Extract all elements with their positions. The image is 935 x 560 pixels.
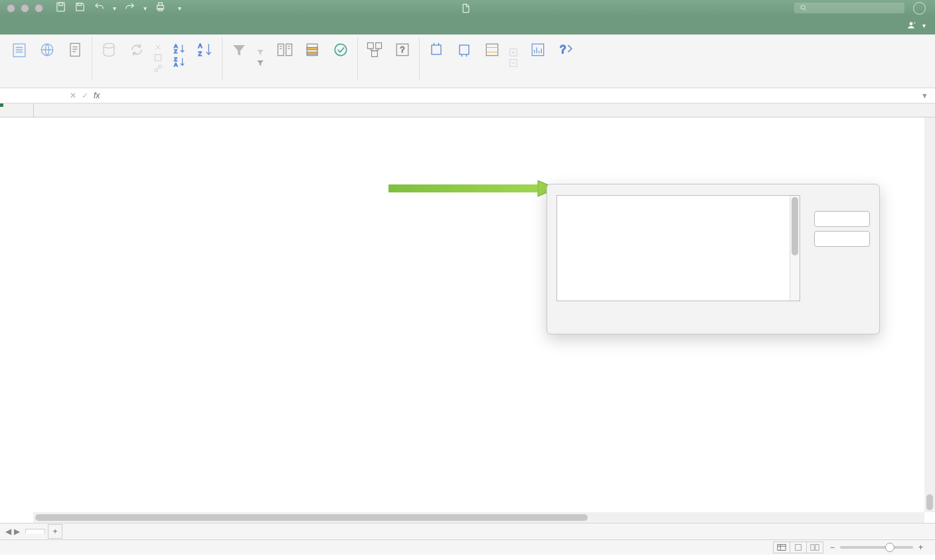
- redo-dropdown-icon[interactable]: ▾: [143, 5, 147, 12]
- fx-icon[interactable]: fx: [94, 91, 100, 100]
- svg-text:?: ?: [560, 44, 566, 55]
- svg-rect-38: [532, 44, 544, 56]
- zoom-in-icon[interactable]: +: [918, 543, 923, 552]
- save-alt-icon[interactable]: [74, 1, 86, 15]
- page-layout-view-icon[interactable]: [790, 542, 807, 553]
- subtotal-button[interactable]: [478, 37, 506, 64]
- svg-rect-40: [388, 184, 538, 192]
- redo-icon[interactable]: [124, 1, 135, 15]
- from-html-button[interactable]: [33, 37, 61, 64]
- svg-text:A: A: [199, 42, 203, 49]
- filter-extra-group: [253, 37, 271, 78]
- svg-rect-13: [155, 54, 161, 60]
- undo-dropdown-icon[interactable]: ▾: [113, 5, 116, 12]
- svg-rect-29: [376, 43, 382, 49]
- chevron-down-icon: ▾: [922, 22, 926, 29]
- connections-group: [151, 37, 169, 78]
- filter-button[interactable]: [225, 37, 253, 64]
- select-all-corner[interactable]: [0, 104, 34, 117]
- detail-group: [506, 37, 524, 78]
- hide-detail-button[interactable]: [509, 58, 521, 68]
- svg-rect-0: [57, 3, 64, 11]
- zoom-out-icon[interactable]: −: [830, 543, 835, 552]
- add-sheet-button[interactable]: +: [48, 524, 62, 539]
- sheet-prev-icon[interactable]: ◀: [5, 527, 11, 536]
- from-filemaker-button[interactable]: [5, 37, 33, 64]
- show-detail-button[interactable]: [509, 48, 521, 57]
- consolidate-button[interactable]: [361, 37, 388, 64]
- formula-bar: ✕ ✓ fx ▼: [0, 88, 935, 104]
- status-bar: − +: [0, 539, 935, 555]
- zoom-control[interactable]: − +: [830, 543, 928, 552]
- spreadsheet-grid[interactable]: [0, 104, 935, 523]
- quick-access-toolbar: ▾ ▾ ▾: [55, 1, 181, 15]
- svg-rect-30: [372, 51, 378, 57]
- ribbon-tabs: + ▾: [0, 16, 935, 35]
- new-db-query-button[interactable]: [95, 37, 123, 64]
- clear-button[interactable]: [256, 48, 268, 57]
- enter-formula-icon[interactable]: ✓: [82, 91, 88, 100]
- collapse-ribbon-icon[interactable]: ˇ: [928, 1, 931, 9]
- svg-text:?: ?: [400, 45, 405, 54]
- formula-expand-icon[interactable]: ▼: [921, 92, 935, 100]
- view-buttons[interactable]: [773, 541, 823, 553]
- data-analysis-button[interactable]: [524, 37, 552, 64]
- analysis-tools-list[interactable]: [556, 195, 800, 301]
- svg-point-6: [801, 5, 805, 9]
- close-icon[interactable]: [7, 4, 15, 13]
- advanced-button[interactable]: [256, 58, 268, 68]
- svg-rect-22: [278, 44, 284, 56]
- sort-az-button[interactable]: AZZA: [169, 37, 191, 68]
- sheet-next-icon[interactable]: ▶: [14, 527, 20, 536]
- cancel-formula-icon[interactable]: ✕: [70, 91, 76, 100]
- solver-button[interactable]: ?: [552, 37, 580, 64]
- svg-point-27: [335, 44, 347, 56]
- save-icon[interactable]: [55, 1, 66, 15]
- print-icon[interactable]: [155, 1, 166, 15]
- svg-rect-11: [70, 43, 80, 56]
- sort-button[interactable]: AZ: [191, 37, 222, 81]
- dialog-scrollbar[interactable]: [790, 196, 800, 301]
- cancel-button[interactable]: [814, 231, 870, 247]
- zoom-slider[interactable]: [840, 546, 913, 549]
- svg-rect-44: [815, 545, 819, 551]
- data-validation-button[interactable]: [327, 37, 358, 81]
- search-input[interactable]: [794, 3, 904, 13]
- svg-rect-14: [155, 69, 158, 72]
- text-to-columns-button[interactable]: [271, 37, 299, 64]
- qat-customize-icon[interactable]: ▾: [178, 5, 181, 12]
- svg-rect-25: [307, 48, 317, 50]
- svg-rect-41: [778, 545, 786, 551]
- ungroup-button[interactable]: [450, 37, 478, 64]
- ok-button[interactable]: [814, 211, 870, 227]
- share-button[interactable]: + ▾: [906, 21, 926, 30]
- normal-view-icon[interactable]: [774, 542, 790, 553]
- sheet-tab[interactable]: [25, 529, 45, 533]
- properties-button[interactable]: [153, 53, 166, 62]
- svg-rect-34: [460, 45, 469, 54]
- minimize-icon[interactable]: [21, 4, 29, 13]
- dialog-title: [547, 184, 879, 192]
- zoom-icon[interactable]: [35, 4, 43, 13]
- document-icon: [461, 3, 471, 13]
- undo-icon[interactable]: [94, 1, 105, 15]
- what-if-button[interactable]: ?: [388, 37, 420, 81]
- svg-rect-26: [307, 52, 317, 55]
- group-button[interactable]: [422, 37, 450, 64]
- from-text-button[interactable]: [61, 37, 92, 81]
- window-controls[interactable]: [7, 4, 43, 13]
- svg-text:Z: Z: [199, 50, 203, 57]
- page-break-view-icon[interactable]: [807, 542, 823, 553]
- svg-rect-2: [78, 3, 82, 6]
- remove-duplicates-button[interactable]: [299, 37, 327, 64]
- feedback-icon[interactable]: [913, 2, 926, 15]
- horizontal-scrollbar[interactable]: [33, 512, 924, 523]
- edit-links-button[interactable]: [153, 64, 166, 73]
- svg-text:Z: Z: [174, 48, 177, 54]
- refresh-all-button[interactable]: [123, 37, 151, 64]
- vertical-scrollbar[interactable]: [924, 117, 935, 512]
- connections-button[interactable]: [153, 42, 166, 52]
- svg-rect-35: [486, 44, 498, 56]
- svg-text:+: +: [914, 21, 916, 25]
- svg-rect-1: [59, 3, 63, 5]
